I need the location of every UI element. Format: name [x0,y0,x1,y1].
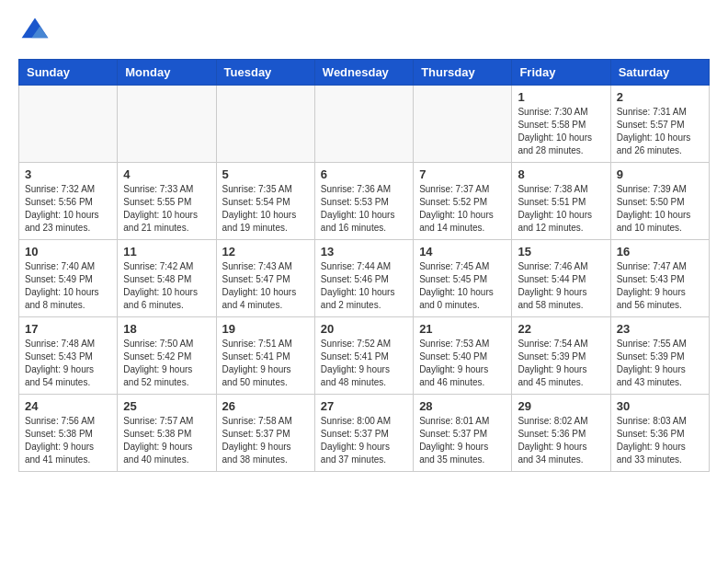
day-cell-19: 19Sunrise: 7:51 AM Sunset: 5:41 PM Dayli… [216,317,314,395]
day-cell-25: 25Sunrise: 7:57 AM Sunset: 5:38 PM Dayli… [118,395,216,472]
weekday-header-saturday: Saturday [610,60,709,86]
day-info: Sunrise: 7:55 AM Sunset: 5:39 PM Dayligh… [617,338,703,389]
page: SundayMondayTuesdayWednesdayThursdayFrid… [0,0,728,487]
day-number: 23 [617,322,703,336]
day-cell-14: 14Sunrise: 7:45 AM Sunset: 5:45 PM Dayli… [414,240,512,317]
day-info: Sunrise: 8:01 AM Sunset: 5:37 PM Dayligh… [419,415,506,466]
day-info: Sunrise: 7:43 AM Sunset: 5:47 PM Dayligh… [222,260,309,312]
empty-cell [414,86,512,163]
day-cell-17: 17Sunrise: 7:48 AM Sunset: 5:43 PM Dayli… [19,317,118,395]
empty-cell [216,86,314,163]
day-number: 10 [25,245,111,259]
day-number: 21 [419,322,506,336]
empty-cell [118,86,216,163]
weekday-row: SundayMondayTuesdayWednesdayThursdayFrid… [19,60,710,86]
calendar-body: 1Sunrise: 7:30 AM Sunset: 5:58 PM Daylig… [19,86,710,472]
calendar-header: SundayMondayTuesdayWednesdayThursdayFrid… [19,60,710,86]
day-info: Sunrise: 7:39 AM Sunset: 5:50 PM Dayligh… [617,183,703,235]
day-number: 14 [419,245,506,259]
day-cell-1: 1Sunrise: 7:30 AM Sunset: 5:58 PM Daylig… [512,86,610,163]
day-cell-21: 21Sunrise: 7:53 AM Sunset: 5:40 PM Dayli… [414,317,512,395]
week-row-2: 3Sunrise: 7:32 AM Sunset: 5:56 PM Daylig… [19,163,710,240]
day-info: Sunrise: 8:00 AM Sunset: 5:37 PM Dayligh… [321,415,407,466]
day-cell-12: 12Sunrise: 7:43 AM Sunset: 5:47 PM Dayli… [216,240,314,317]
day-cell-10: 10Sunrise: 7:40 AM Sunset: 5:49 PM Dayli… [19,240,118,317]
day-info: Sunrise: 7:36 AM Sunset: 5:53 PM Dayligh… [321,183,407,235]
day-number: 6 [321,167,407,181]
week-row-3: 10Sunrise: 7:40 AM Sunset: 5:49 PM Dayli… [19,240,710,317]
day-info: Sunrise: 8:02 AM Sunset: 5:36 PM Dayligh… [518,415,604,466]
day-info: Sunrise: 7:37 AM Sunset: 5:52 PM Dayligh… [419,183,506,235]
day-number: 26 [222,399,309,413]
day-info: Sunrise: 7:42 AM Sunset: 5:48 PM Dayligh… [123,260,210,312]
day-info: Sunrise: 7:40 AM Sunset: 5:49 PM Dayligh… [25,260,111,312]
day-info: Sunrise: 7:35 AM Sunset: 5:54 PM Dayligh… [222,183,309,235]
logo-icon [18,15,51,48]
day-cell-9: 9Sunrise: 7:39 AM Sunset: 5:50 PM Daylig… [610,163,709,240]
day-cell-26: 26Sunrise: 7:58 AM Sunset: 5:37 PM Dayli… [216,395,314,472]
day-info: Sunrise: 7:45 AM Sunset: 5:45 PM Dayligh… [419,260,506,312]
day-number: 17 [25,322,111,336]
day-cell-28: 28Sunrise: 8:01 AM Sunset: 5:37 PM Dayli… [414,395,512,472]
day-number: 11 [123,245,210,259]
day-info: Sunrise: 7:58 AM Sunset: 5:37 PM Dayligh… [222,415,309,466]
day-number: 16 [617,245,703,259]
day-cell-29: 29Sunrise: 8:02 AM Sunset: 5:36 PM Dayli… [512,395,610,472]
day-info: Sunrise: 7:51 AM Sunset: 5:41 PM Dayligh… [222,338,309,389]
day-info: Sunrise: 7:47 AM Sunset: 5:43 PM Dayligh… [617,260,703,312]
day-cell-13: 13Sunrise: 7:44 AM Sunset: 5:46 PM Dayli… [314,240,413,317]
day-number: 5 [222,167,309,181]
day-number: 20 [321,322,407,336]
empty-cell [19,86,118,163]
day-number: 9 [617,167,703,181]
day-cell-30: 30Sunrise: 8:03 AM Sunset: 5:36 PM Dayli… [610,395,709,472]
day-info: Sunrise: 7:56 AM Sunset: 5:38 PM Dayligh… [25,415,111,466]
week-row-4: 17Sunrise: 7:48 AM Sunset: 5:43 PM Dayli… [19,317,710,395]
logo [18,15,57,48]
day-number: 29 [518,399,604,413]
day-number: 22 [518,322,604,336]
day-info: Sunrise: 7:38 AM Sunset: 5:51 PM Dayligh… [518,183,604,235]
day-info: Sunrise: 7:44 AM Sunset: 5:46 PM Dayligh… [321,260,407,312]
week-row-5: 24Sunrise: 7:56 AM Sunset: 5:38 PM Dayli… [19,395,710,472]
day-cell-16: 16Sunrise: 7:47 AM Sunset: 5:43 PM Dayli… [610,240,709,317]
day-info: Sunrise: 7:30 AM Sunset: 5:58 PM Dayligh… [518,106,604,157]
day-info: Sunrise: 7:54 AM Sunset: 5:39 PM Dayligh… [518,338,604,389]
day-info: Sunrise: 7:52 AM Sunset: 5:41 PM Dayligh… [321,338,407,389]
day-info: Sunrise: 8:03 AM Sunset: 5:36 PM Dayligh… [617,415,703,466]
weekday-header-thursday: Thursday [414,60,512,86]
day-cell-22: 22Sunrise: 7:54 AM Sunset: 5:39 PM Dayli… [512,317,610,395]
day-cell-24: 24Sunrise: 7:56 AM Sunset: 5:38 PM Dayli… [19,395,118,472]
day-cell-15: 15Sunrise: 7:46 AM Sunset: 5:44 PM Dayli… [512,240,610,317]
day-number: 25 [123,399,210,413]
day-number: 24 [25,399,111,413]
day-number: 18 [123,322,210,336]
day-cell-20: 20Sunrise: 7:52 AM Sunset: 5:41 PM Dayli… [314,317,413,395]
day-cell-4: 4Sunrise: 7:33 AM Sunset: 5:55 PM Daylig… [118,163,216,240]
day-info: Sunrise: 7:50 AM Sunset: 5:42 PM Dayligh… [123,338,210,389]
day-number: 27 [321,399,407,413]
day-info: Sunrise: 7:46 AM Sunset: 5:44 PM Dayligh… [518,260,604,312]
day-cell-23: 23Sunrise: 7:55 AM Sunset: 5:39 PM Dayli… [610,317,709,395]
day-number: 3 [25,167,111,181]
calendar: SundayMondayTuesdayWednesdayThursdayFrid… [18,59,710,472]
day-number: 1 [518,90,604,104]
weekday-header-wednesday: Wednesday [314,60,413,86]
header [18,15,710,48]
day-number: 30 [617,399,703,413]
weekday-header-tuesday: Tuesday [216,60,314,86]
day-info: Sunrise: 7:57 AM Sunset: 5:38 PM Dayligh… [123,415,210,466]
day-number: 13 [321,245,407,259]
day-cell-2: 2Sunrise: 7:31 AM Sunset: 5:57 PM Daylig… [610,86,709,163]
empty-cell [314,86,413,163]
weekday-header-sunday: Sunday [19,60,118,86]
day-cell-7: 7Sunrise: 7:37 AM Sunset: 5:52 PM Daylig… [414,163,512,240]
day-cell-5: 5Sunrise: 7:35 AM Sunset: 5:54 PM Daylig… [216,163,314,240]
weekday-header-monday: Monday [118,60,216,86]
day-number: 2 [617,90,703,104]
day-number: 4 [123,167,210,181]
day-cell-27: 27Sunrise: 8:00 AM Sunset: 5:37 PM Dayli… [314,395,413,472]
day-number: 8 [518,167,604,181]
day-info: Sunrise: 7:31 AM Sunset: 5:57 PM Dayligh… [617,106,703,157]
week-row-1: 1Sunrise: 7:30 AM Sunset: 5:58 PM Daylig… [19,86,710,163]
